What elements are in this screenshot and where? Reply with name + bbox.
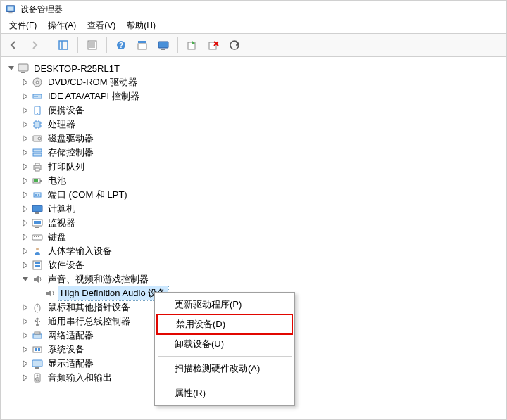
tree-category-node[interactable]: 监视器 [6, 216, 506, 230]
expand-toggle[interactable] [20, 190, 30, 200]
tree-category-node[interactable]: 人体学输入设备 [6, 244, 506, 258]
tree-category-label: 存储控制器 [46, 146, 96, 160]
usb-icon [32, 316, 43, 327]
svg-rect-51 [35, 212, 39, 214]
menu-view[interactable]: 查看(V) [82, 18, 121, 33]
svg-rect-75 [35, 348, 37, 351]
tree-category-node[interactable]: 便携设备 [6, 103, 506, 117]
tree-category-node[interactable]: DVD/CD-ROM 驱动器 [6, 75, 506, 89]
expand-toggle[interactable] [20, 260, 30, 270]
toolbar-separator [49, 37, 49, 53]
tree-category-label: 便携设备 [46, 103, 87, 117]
tree-category-node[interactable]: 处理器 [6, 117, 506, 132]
menu-file[interactable]: 文件(F) [4, 18, 42, 33]
expand-toggle[interactable] [20, 373, 30, 383]
menu-help[interactable]: 帮助(H) [121, 18, 161, 33]
toolbar-properties-button[interactable] [82, 35, 102, 55]
toolbar-forward-button[interactable] [25, 35, 44, 55]
svg-rect-2 [8, 12, 12, 13]
tree-category-node[interactable]: 打印队列 [6, 160, 506, 174]
ide-icon [32, 91, 43, 102]
svg-rect-39 [33, 149, 42, 152]
toolbar-back-button[interactable] [4, 35, 23, 55]
svg-rect-77 [32, 360, 42, 367]
context-menu: 更新驱动程序(P) 禁用设备(D) 卸载设备(U) 扫描检测硬件改动(A) 属性… [154, 292, 295, 406]
tree-category-label: 声音、视频和游戏控制器 [46, 272, 151, 286]
tree-category-label: 磁盘驱动器 [46, 132, 96, 146]
tree-root-node[interactable]: DESKTOP-R25RL1T [6, 61, 506, 75]
tree-category-node[interactable]: IDE ATA/ATAPI 控制器 [6, 89, 506, 103]
tree-category-node[interactable]: 电池 [6, 174, 506, 188]
toolbar-scan-button[interactable] [225, 35, 244, 55]
svg-rect-63 [35, 265, 40, 267]
expand-toggle[interactable] [20, 274, 30, 284]
expand-toggle[interactable] [20, 162, 30, 172]
tree-category-label: 人体学输入设备 [46, 244, 114, 258]
expand-toggle[interactable] [20, 91, 30, 101]
expand-toggle[interactable] [20, 317, 30, 326]
context-uninstall-device[interactable]: 卸载设备(U) [156, 335, 293, 353]
tree-category-node[interactable]: 软件设备 [6, 258, 506, 272]
tree-category-label: 处理器 [46, 117, 77, 132]
disk-icon [32, 133, 43, 144]
svg-point-48 [35, 194, 37, 196]
tree-category-node[interactable]: 磁盘驱动器 [6, 132, 506, 146]
expand-toggle[interactable] [20, 331, 30, 341]
computer-icon [18, 63, 29, 74]
svg-text:?: ? [119, 42, 123, 49]
expand-toggle[interactable] [20, 204, 30, 214]
toolbar-enable-button[interactable] [182, 35, 202, 55]
tree-category-node[interactable]: 声音、视频和游戏控制器 [6, 272, 506, 286]
toolbar-uninstall-button[interactable] [204, 35, 223, 55]
context-update-driver[interactable]: 更新驱动程序(P) [156, 295, 293, 314]
expand-toggle[interactable] [20, 120, 30, 129]
expand-toggle[interactable] [20, 218, 30, 228]
expand-toggle[interactable] [20, 232, 30, 242]
tree-category-node[interactable]: 端口 (COM 和 LPT) [6, 188, 506, 202]
context-properties[interactable]: 属性(R) [156, 384, 293, 402]
tree-category-label: 电池 [46, 174, 68, 188]
toolbar: ? [1, 33, 506, 57]
expand-toggle[interactable] [20, 303, 30, 312]
svg-rect-1 [8, 7, 14, 11]
tree-category-label: 显示适配器 [46, 357, 96, 371]
context-disable-device[interactable]: 禁用设备(D) [156, 314, 293, 335]
mouse-icon [32, 302, 43, 313]
expand-toggle[interactable] [20, 148, 30, 158]
svg-point-81 [37, 375, 38, 376]
port-icon [32, 189, 43, 201]
tree-category-node[interactable]: 存储控制器 [6, 146, 506, 160]
toolbar-show-hide-button[interactable] [54, 35, 73, 55]
svg-rect-53 [34, 221, 41, 224]
expand-toggle[interactable] [20, 246, 30, 256]
svg-rect-40 [33, 153, 42, 156]
context-scan-hardware[interactable]: 扫描检测硬件改动(A) [156, 359, 293, 378]
device-tree[interactable]: DESKTOP-R25RL1T DVD/CD-ROM 驱动器IDE ATA/AT… [1, 57, 506, 419]
expand-toggle[interactable] [20, 134, 30, 144]
expand-toggle[interactable] [20, 77, 30, 87]
svg-rect-59 [35, 238, 40, 238]
expand-toggle[interactable] [20, 345, 30, 355]
expand-toggle[interactable] [6, 63, 16, 73]
expand-toggle[interactable] [20, 176, 30, 186]
toolbar-action-button[interactable] [132, 35, 152, 55]
tree-category-label: 打印队列 [46, 160, 87, 174]
tree-category-label: 端口 (COM 和 LPT) [46, 188, 130, 202]
expand-toggle[interactable] [20, 106, 30, 115]
toolbar-separator [177, 37, 178, 53]
title-bar: 设备管理器 [1, 1, 506, 18]
monitor-icon [32, 217, 43, 229]
svg-point-60 [36, 248, 39, 250]
toolbar-monitor-button[interactable] [154, 35, 173, 55]
svg-rect-28 [35, 122, 40, 127]
toolbar-help-button[interactable]: ? [111, 35, 131, 55]
tree-category-node[interactable]: 键盘 [6, 230, 506, 244]
svg-rect-54 [35, 227, 39, 228]
hid-icon [32, 246, 43, 257]
tree-category-node[interactable]: 计算机 [6, 202, 506, 216]
svg-rect-46 [34, 179, 38, 182]
menu-action[interactable]: 操作(A) [42, 18, 82, 33]
expand-toggle[interactable] [20, 359, 30, 369]
svg-rect-14 [161, 49, 165, 50]
tree-category-label: IDE ATA/ATAPI 控制器 [46, 89, 142, 103]
